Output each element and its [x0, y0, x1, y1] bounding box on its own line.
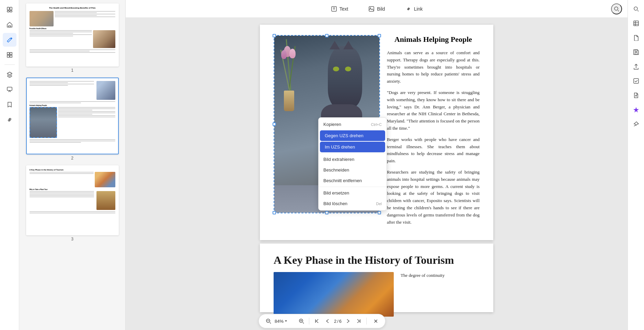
bild-tool-item[interactable]: Bild	[363, 3, 390, 14]
ctx-bild-loeschen[interactable]: Bild löschen Del	[319, 198, 387, 209]
svg-rect-17	[634, 21, 639, 26]
tool-divider-1	[4, 64, 15, 65]
zoom-in-button[interactable]	[297, 316, 306, 326]
edit-tool-btn[interactable]	[3, 33, 16, 47]
prev-page-button[interactable]	[323, 316, 333, 326]
context-menu: Kopieren Ctrl+C Gegen UZS drehen Im UZS …	[318, 117, 387, 211]
grid-tool-btn[interactable]	[3, 48, 16, 62]
ctx-im-uzs[interactable]: Im UZS drehen	[320, 142, 385, 152]
ctx-gegen-uzs[interactable]: Gegen UZS drehen	[320, 130, 385, 141]
svg-rect-8	[10, 55, 12, 57]
thumbnail-panel: The Health and Mood-Boosting Benefits of…	[19, 0, 126, 330]
handle-tm[interactable]	[325, 34, 329, 37]
last-page-button[interactable]	[354, 316, 364, 326]
handle-tl[interactable]	[273, 34, 276, 37]
svg-rect-7	[7, 55, 9, 57]
svg-rect-0	[7, 7, 9, 10]
brand-button[interactable]	[630, 104, 642, 116]
close-button[interactable]: ✕	[371, 316, 380, 326]
page-3: A Key Phase in the History of Tourism Th…	[260, 244, 493, 312]
handle-br[interactable]	[378, 211, 381, 214]
handle-bl[interactable]	[273, 211, 276, 214]
svg-rect-4	[9, 26, 11, 27]
page2-image-area: Kopieren Ctrl+C Gegen UZS drehen Im UZS …	[274, 35, 380, 230]
ctx-bild-ersetzen[interactable]: Bild ersetzen	[319, 188, 387, 198]
right-search-button[interactable]	[630, 3, 642, 15]
main-area: Text Bild Link	[126, 0, 628, 330]
thumbnail-item-3[interactable]: A Key Phase in the History of Tourism Wh…	[23, 165, 122, 241]
zoom-out-button[interactable]	[264, 316, 273, 326]
svg-rect-3	[10, 11, 12, 12]
text-icon	[331, 5, 337, 12]
ctx-kopieren[interactable]: Kopieren Ctrl+C	[319, 119, 387, 130]
page2-text-area: Animals Helping People Animals can serve…	[387, 35, 480, 230]
page3-title: A Key Phase in the History of Tourism	[274, 254, 480, 267]
svg-rect-18	[635, 52, 637, 55]
right-doc-button[interactable]	[630, 32, 642, 44]
thumbnail-item-2[interactable]: Animals Helping People 2	[23, 78, 122, 161]
page2-title: Animals Helping People	[387, 35, 480, 44]
right-download-button[interactable]	[630, 89, 642, 102]
current-page: 2	[334, 319, 336, 324]
link-label: Link	[414, 6, 423, 12]
ctx-bild-ersetzen-label: Bild ersetzen	[323, 190, 349, 196]
right-table-button[interactable]	[630, 17, 642, 30]
right-check-button[interactable]	[630, 75, 642, 87]
nav-separator	[366, 318, 367, 325]
bookmark-tool-btn[interactable]	[3, 98, 16, 111]
next-page-button[interactable]	[343, 316, 353, 326]
first-page-button[interactable]	[312, 316, 322, 326]
search-button[interactable]	[611, 3, 622, 14]
page3-body: The degree of continuity	[401, 272, 445, 317]
svg-rect-9	[7, 87, 12, 91]
thumb1-label: 1	[71, 68, 73, 73]
page-indicator: 2 / 6	[334, 319, 342, 324]
ctx-bild-extrahieren[interactable]: Bild extrahieren	[319, 154, 387, 165]
ctx-bild-loeschen-label: Bild löschen	[323, 201, 347, 206]
handle-tr[interactable]	[378, 34, 381, 37]
handle-ml[interactable]	[273, 122, 276, 126]
document-scroll-area[interactable]: Kopieren Ctrl+C Gegen UZS drehen Im UZS …	[126, 18, 628, 330]
link-tool-btn[interactable]	[3, 113, 16, 127]
text-tool-item[interactable]: Text	[326, 3, 353, 14]
ctx-beschnitt-entfernen[interactable]: Beschnitt entfernen	[319, 175, 387, 186]
svg-point-13	[614, 7, 618, 10]
page2-p4: Researchers are studying the safety of b…	[387, 169, 480, 226]
ctx-bild-extrahieren-label: Bild extrahieren	[323, 157, 354, 162]
ctx-kopieren-label: Kopieren	[323, 122, 341, 127]
top-toolbar: Text Bild Link	[126, 0, 628, 18]
ctx-sep-2	[319, 187, 387, 187]
thumbnail-item-1[interactable]: The Health and Mood-Boosting Benefits of…	[23, 3, 122, 73]
text-label: Text	[340, 6, 348, 12]
pages-tool-btn[interactable]	[3, 3, 16, 16]
thumbnail-frame-2: Animals Helping People	[26, 78, 119, 154]
annotations-tool-btn[interactable]	[3, 83, 16, 96]
right-sidebar	[628, 0, 644, 330]
handle-bm[interactable]	[325, 211, 329, 214]
zoom-value: 84%	[275, 319, 284, 324]
link-icon	[405, 5, 412, 12]
bild-label: Bild	[377, 6, 385, 12]
ctx-beschneiden-label: Beschneiden	[323, 167, 349, 173]
ctx-kopieren-shortcut: Ctrl+C	[371, 122, 382, 127]
thumb3-label: 3	[71, 237, 73, 241]
svg-rect-20	[634, 79, 639, 83]
page2-p3: Berger works with people who have cancer…	[387, 136, 480, 165]
ctx-gegen-uzs-label: Gegen UZS drehen	[325, 133, 364, 138]
layers-tool-btn[interactable]	[3, 68, 16, 81]
thumb1-title: The Health and Mood-Boosting Benefits of…	[30, 7, 115, 10]
left-sidebar	[0, 0, 19, 330]
page2-content: Kopieren Ctrl+C Gegen UZS drehen Im UZS …	[274, 35, 480, 230]
thumb2-label: 2	[71, 156, 73, 161]
right-save-button[interactable]	[630, 46, 642, 58]
thumbnail-frame-1: The Health and Mood-Boosting Benefits of…	[26, 3, 119, 67]
right-pin-button[interactable]	[630, 118, 642, 130]
home-tool-btn[interactable]	[3, 18, 16, 32]
ctx-beschneiden[interactable]: Beschneiden	[319, 165, 387, 175]
thumbnail-frame-3: A Key Phase in the History of Tourism Wh…	[26, 165, 119, 235]
page-2: Kopieren Ctrl+C Gegen UZS drehen Im UZS …	[260, 25, 493, 240]
right-share-button[interactable]	[630, 60, 642, 73]
ctx-loeschen-shortcut: Del	[376, 202, 382, 206]
page-sep: /	[337, 319, 338, 324]
link-tool-item[interactable]: Link	[400, 3, 428, 14]
